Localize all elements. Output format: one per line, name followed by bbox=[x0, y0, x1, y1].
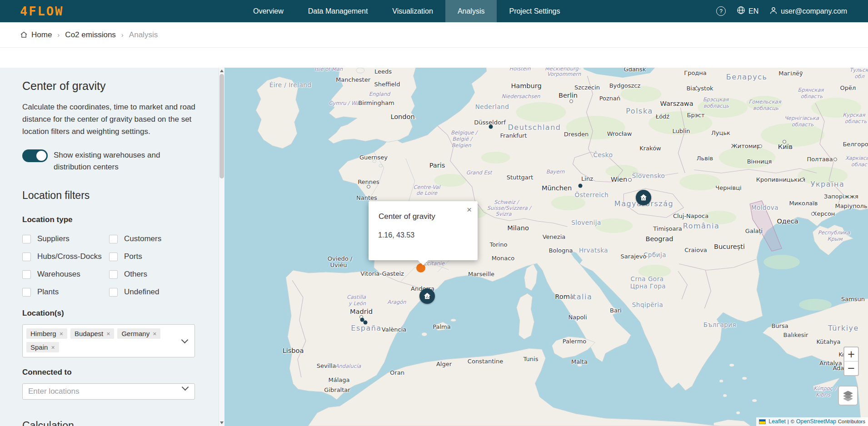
map-label-: вобласць bbox=[703, 103, 729, 109]
location-point-marker[interactable] bbox=[579, 184, 583, 188]
map-label-milano: Milano bbox=[507, 224, 529, 232]
tag-remove-icon[interactable]: × bbox=[60, 330, 63, 337]
map-label-bologna: Bologna bbox=[549, 247, 573, 254]
map-label-hrvatska: Hrvatska bbox=[579, 247, 608, 254]
nav-item-project-settings[interactable]: Project Settings bbox=[497, 0, 572, 22]
show-warehouses-toggle[interactable] bbox=[22, 149, 48, 162]
popup-close-icon[interactable]: × bbox=[467, 205, 472, 214]
copyright-symbol: © bbox=[791, 419, 794, 424]
locations-multiselect[interactable]: Himberg×Budapest×Germany×Spain× bbox=[22, 324, 195, 357]
breadcrumb-item-co2-emissions[interactable]: Co2 emissions bbox=[65, 30, 116, 40]
map-label-: Белгород bbox=[843, 141, 868, 148]
map-label-monaco: Monaco bbox=[492, 255, 514, 262]
map-label-vorpommern: Vorpommern bbox=[547, 71, 581, 77]
checkbox-label-plants: Plants bbox=[37, 287, 59, 297]
checkbox-customers[interactable]: Customers bbox=[109, 234, 196, 243]
map-label-tunis: Tunis bbox=[524, 356, 539, 362]
checkbox-others[interactable]: Others bbox=[109, 270, 196, 279]
map-label-beograd: Beograd bbox=[646, 235, 673, 243]
map-label-bucure-ti: București bbox=[714, 243, 745, 250]
checkbox-label-hubs-cross-docks: Hubs/Cross-Docks bbox=[37, 252, 102, 261]
map-label-krak-w: Kraków bbox=[639, 145, 661, 152]
checkbox-suppliers[interactable]: Suppliers bbox=[22, 234, 109, 243]
map-label-england: England bbox=[369, 91, 390, 97]
checkbox-box-warehouses[interactable] bbox=[22, 270, 31, 279]
map-layers-button[interactable] bbox=[838, 386, 858, 406]
map-label-manchester: Manchester bbox=[336, 76, 370, 83]
map-label-wien: Wien bbox=[611, 176, 627, 183]
warehouse-marker[interactable] bbox=[636, 190, 651, 205]
nav-item-data-management[interactable]: Data Management bbox=[296, 0, 380, 22]
map-label-sterreich: Österreich bbox=[575, 191, 609, 198]
nav-item-analysis[interactable]: Analysis bbox=[445, 0, 497, 22]
connected-to-label: Connected to bbox=[22, 368, 196, 377]
map-label-: вобласць bbox=[753, 105, 778, 111]
home-icon bbox=[423, 292, 431, 300]
checkbox-box-suppliers[interactable] bbox=[22, 235, 31, 243]
checkbox-label-warehouses: Warehouses bbox=[37, 270, 80, 279]
checkbox-box-undefined[interactable] bbox=[109, 288, 118, 297]
location-point-marker[interactable] bbox=[489, 125, 493, 129]
checkbox-label-others: Others bbox=[124, 270, 147, 279]
checkbox-plants[interactable]: Plants bbox=[22, 287, 109, 297]
city-dot bbox=[758, 144, 762, 148]
checkbox-box-ports[interactable] bbox=[109, 253, 118, 261]
map-label-: Κύπρος / bbox=[813, 385, 836, 391]
checkbox-box-others[interactable] bbox=[109, 270, 118, 279]
map-label-centre-val: Centre-Val bbox=[413, 184, 440, 190]
nav-item-overview[interactable]: Overview bbox=[241, 0, 296, 22]
tag-remove-icon[interactable]: × bbox=[153, 330, 156, 337]
map-label-polska: Polska bbox=[626, 107, 653, 115]
leaflet-link[interactable]: Leaflet bbox=[768, 418, 786, 425]
tag-remove-icon[interactable]: × bbox=[51, 344, 55, 351]
map-label-lisboa: Lisboa bbox=[283, 347, 304, 354]
chevron-down-icon[interactable] bbox=[181, 336, 189, 343]
checkbox-hubs-cross-docks[interactable]: Hubs/Cross-Docks bbox=[22, 252, 109, 261]
checkbox-box-hubs-cross-docks[interactable] bbox=[22, 253, 31, 261]
map-label-linz: Linz bbox=[581, 175, 593, 182]
map-label-marseille: Marseille bbox=[468, 271, 494, 277]
zoom-in-button[interactable]: + bbox=[844, 347, 858, 362]
map-label-berlin: Berlin bbox=[559, 92, 578, 99]
home-icon bbox=[639, 193, 648, 202]
location-tag-spain: Spain× bbox=[26, 342, 59, 352]
map-label-: Брэсцкая bbox=[703, 96, 729, 103]
map-label-isle-of-man: Isle of Man bbox=[314, 68, 343, 72]
map-label-: Харківська bbox=[845, 155, 868, 161]
map-label-gala-i: Galați bbox=[745, 228, 763, 234]
map-label-schweiz: Schweiz / bbox=[494, 199, 519, 205]
map-label-m-nchen: München bbox=[542, 184, 572, 192]
map-label-lublin: Lublin bbox=[673, 128, 690, 134]
connected-to-input[interactable] bbox=[22, 383, 195, 400]
breadcrumb-item-home[interactable]: Home bbox=[20, 30, 52, 40]
language-switch[interactable]: EN bbox=[737, 6, 758, 16]
tag-remove-icon[interactable]: × bbox=[106, 330, 110, 337]
app-logo[interactable]: 4FLOW bbox=[20, 4, 64, 18]
panel-scrollbar[interactable] bbox=[219, 68, 224, 426]
tag-label: Budapest bbox=[75, 330, 103, 337]
warehouse-marker[interactable] bbox=[419, 288, 435, 304]
map-label-uvi-u: Uviéu bbox=[330, 262, 347, 268]
scroll-up-arrow[interactable] bbox=[220, 69, 224, 72]
nav-item-visualization[interactable]: Visualization bbox=[380, 0, 445, 22]
map-label-malta: Malta bbox=[571, 358, 588, 365]
checkbox-box-plants[interactable] bbox=[22, 288, 31, 297]
location-point-marker[interactable] bbox=[364, 321, 368, 325]
center-of-gravity-marker[interactable] bbox=[416, 263, 425, 272]
map-label-slovenija: Slovenija bbox=[571, 219, 601, 226]
osm-link[interactable]: OpenStreetMap bbox=[796, 418, 836, 425]
map-label-: Житомир bbox=[731, 143, 761, 149]
map-label-: Чернівці bbox=[715, 184, 741, 191]
map-label-crna-gora: Crna Gora bbox=[631, 275, 664, 282]
zoom-out-button[interactable]: − bbox=[844, 362, 858, 375]
map-label-: Україна bbox=[811, 180, 845, 188]
checkbox-warehouses[interactable]: Warehouses bbox=[22, 270, 109, 279]
leaflet-map[interactable]: Isle of ManLeedsManchesterSheffieldEngla… bbox=[224, 68, 868, 426]
checkbox-box-customers[interactable] bbox=[109, 235, 118, 243]
scroll-down-arrow[interactable] bbox=[220, 421, 224, 424]
checkbox-ports[interactable]: Ports bbox=[109, 252, 196, 261]
checkbox-undefined[interactable]: Undefined bbox=[109, 287, 196, 297]
help-icon[interactable]: ? bbox=[716, 6, 726, 16]
user-menu[interactable]: user@company.com bbox=[769, 6, 847, 16]
scrollbar-thumb[interactable] bbox=[219, 74, 224, 178]
